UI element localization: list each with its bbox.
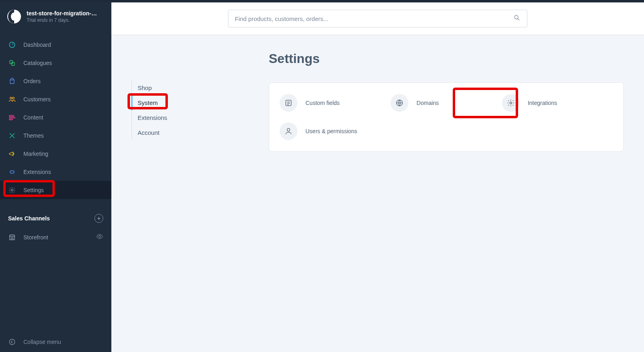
search-bar-row <box>111 2 644 35</box>
custom-fields-icon <box>280 94 297 112</box>
eye-icon <box>96 233 103 241</box>
svg-point-4 <box>13 97 15 99</box>
sidebar-item-label: Extensions <box>23 169 51 175</box>
setting-domains[interactable]: Domains <box>391 94 502 112</box>
svg-rect-5 <box>9 115 14 116</box>
gear-icon <box>8 186 16 194</box>
plug-icon <box>8 168 16 176</box>
sidebar-item-themes[interactable]: Themes <box>0 126 111 145</box>
setting-label: Domains <box>416 100 439 106</box>
sidebar-item-settings[interactable]: Settings <box>0 181 111 199</box>
copy-icon <box>8 59 16 67</box>
add-channel-button[interactable]: + <box>94 214 103 223</box>
collapse-menu[interactable]: Collapse menu <box>0 332 111 352</box>
sidebar-item-extensions[interactable]: Extensions <box>0 163 111 181</box>
chevron-left-icon <box>8 338 16 346</box>
tabs-column: Shop System Extensions Account <box>132 51 269 336</box>
svg-point-12 <box>9 339 15 345</box>
bag-icon <box>8 78 16 85</box>
gauge-icon <box>8 41 16 48</box>
svg-point-11 <box>99 236 101 238</box>
user-icon <box>280 122 297 140</box>
setting-label: Integrations <box>528 100 557 106</box>
sidebar-item-dashboard[interactable]: Dashboard <box>0 36 111 54</box>
svg-point-16 <box>510 102 512 104</box>
setting-integrations[interactable]: Integrations <box>502 94 613 112</box>
sidebar-item-customers[interactable]: Customers <box>0 90 111 108</box>
setting-users-permissions[interactable]: Users & permissions <box>280 122 391 140</box>
nav: Dashboard Catalogues Orders Customers <box>0 36 111 199</box>
globe-icon <box>391 94 408 112</box>
settings-panel: Settings Custom fields Domains <box>269 51 624 336</box>
channel-label: Storefront <box>23 234 48 241</box>
page-title: Settings <box>269 51 624 66</box>
svg-point-13 <box>514 15 518 19</box>
store-name: test-store-for-migration-p… <box>27 10 99 17</box>
content-icon <box>8 114 16 121</box>
setting-label: Custom fields <box>305 100 340 106</box>
gear-icon <box>502 94 520 112</box>
settings-tabs: Shop System Extensions Account <box>132 80 269 140</box>
users-icon <box>8 96 16 103</box>
tab-shop[interactable]: Shop <box>132 80 269 95</box>
collapse-label: Collapse menu <box>23 339 61 345</box>
svg-rect-6 <box>9 117 15 118</box>
tab-extensions[interactable]: Extensions <box>132 110 269 125</box>
search-input-wrap[interactable] <box>228 10 527 27</box>
sidebar-item-label: Catalogues <box>23 60 52 66</box>
sidebar-item-orders[interactable]: Orders <box>0 72 111 90</box>
setting-custom-fields[interactable]: Custom fields <box>280 94 391 112</box>
storefront-icon <box>8 234 16 241</box>
search-icon <box>513 14 521 23</box>
svg-rect-1 <box>10 61 13 64</box>
sidebar-item-catalogues[interactable]: Catalogues <box>0 54 111 72</box>
settings-card: Custom fields Domains Integrations <box>269 82 624 152</box>
sidebar-item-label: Settings <box>23 187 44 193</box>
tab-account[interactable]: Account <box>132 125 269 140</box>
main: Shop System Extensions Account Settings … <box>111 2 644 352</box>
svg-point-17 <box>287 128 290 131</box>
svg-rect-7 <box>9 119 13 119</box>
sidebar-item-label: Dashboard <box>23 42 51 48</box>
store-subtext: Trial ends in 7 days. <box>27 17 99 23</box>
search-input[interactable] <box>235 15 513 22</box>
svg-point-3 <box>10 97 12 99</box>
logo <box>7 10 21 23</box>
megaphone-icon <box>8 150 16 157</box>
sidebar-item-label: Themes <box>23 132 44 139</box>
channel-storefront[interactable]: Storefront <box>0 228 111 246</box>
svg-point-9 <box>11 189 13 191</box>
sales-channels-label: Sales Channels <box>8 215 50 222</box>
svg-rect-8 <box>10 171 14 173</box>
themes-icon <box>8 132 16 139</box>
sidebar-item-marketing[interactable]: Marketing <box>0 145 111 163</box>
sidebar-item-label: Customers <box>23 96 51 103</box>
sales-channels-header: Sales Channels + <box>0 209 111 228</box>
sidebar: test-store-for-migration-p… Trial ends i… <box>0 2 111 352</box>
sidebar-item-label: Orders <box>23 78 41 84</box>
sidebar-item-label: Content <box>23 114 43 121</box>
sidebar-header: test-store-for-migration-p… Trial ends i… <box>0 2 111 31</box>
svg-rect-2 <box>12 62 15 65</box>
sidebar-item-content[interactable]: Content <box>0 108 111 126</box>
setting-label: Users & permissions <box>305 128 357 134</box>
sidebar-item-label: Marketing <box>23 151 48 157</box>
tab-system[interactable]: System <box>132 95 269 110</box>
